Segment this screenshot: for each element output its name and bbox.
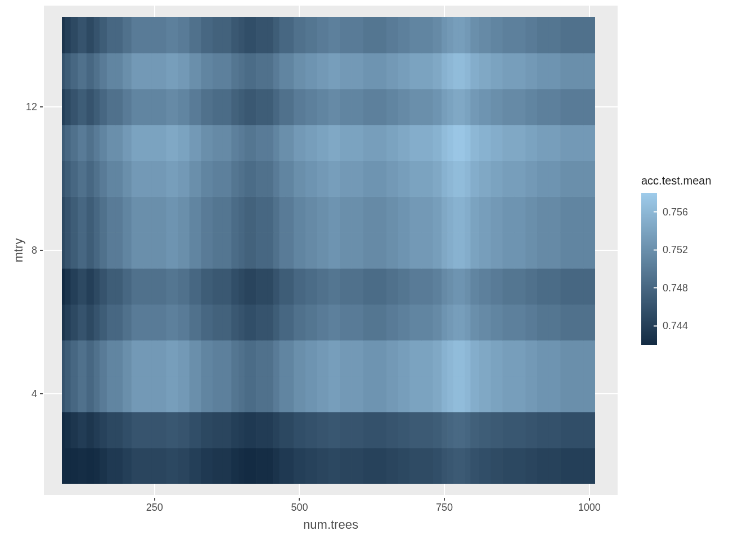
x-tick-label: 500	[291, 502, 308, 514]
legend-tick-label: 0.752	[663, 244, 688, 256]
legend-tick-label: 0.744	[663, 320, 688, 332]
legend-tick-label: 0.756	[663, 206, 688, 218]
x-tick-label: 250	[146, 502, 163, 514]
legend-tick-mark	[654, 212, 657, 213]
legend-tick-mark	[654, 325, 657, 326]
x-tick-label: 750	[436, 502, 453, 514]
legend-tick-mark	[654, 287, 657, 289]
y-tick	[40, 106, 43, 107]
legend-tick: 0.752	[657, 244, 688, 256]
legend-title: acc.test.mean	[641, 174, 748, 187]
x-tick	[589, 498, 590, 501]
color-legend: acc.test.mean 0.7440.7480.7520.756	[641, 174, 748, 345]
legend-tick-label: 0.748	[663, 282, 688, 294]
y-tick-label: 12	[26, 101, 37, 112]
x-tick	[299, 498, 300, 501]
legend-tick: 0.744	[657, 320, 688, 332]
y-tick-label: 8	[32, 245, 37, 256]
heatmap-figure: 2505007501000 4812 num.trees mtry acc.te…	[0, 0, 756, 540]
x-tick	[444, 498, 445, 501]
x-axis-title: num.trees	[44, 518, 618, 532]
legend-colorbar	[641, 193, 657, 345]
x-tick	[154, 498, 155, 501]
x-tick-label: 1000	[578, 502, 601, 514]
y-tick	[40, 250, 43, 251]
legend-tick: 0.748	[657, 282, 688, 294]
y-tick-label: 4	[32, 388, 37, 400]
y-axis-title: mtry	[11, 238, 26, 263]
legend-tick-mark	[654, 249, 657, 250]
heatmap-canvas	[62, 17, 595, 484]
y-tick	[40, 393, 43, 394]
legend-tick: 0.756	[657, 206, 688, 218]
